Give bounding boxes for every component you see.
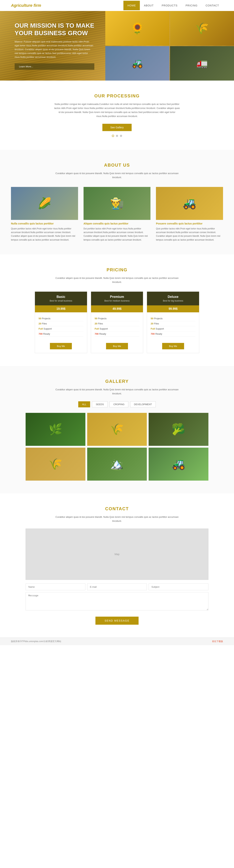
email-input[interactable] xyxy=(87,584,147,590)
gallery-grid xyxy=(26,413,208,480)
contact-title: CONTACT xyxy=(11,506,223,512)
about-card-2: Aliqam convallis quis lactus porttitor D… xyxy=(83,187,151,242)
nav-item-products[interactable]: PRODUCTS xyxy=(158,1,181,10)
pricing-feature-projects-basic: 50 Projects xyxy=(39,316,83,321)
about-title: ABOUT US xyxy=(11,162,223,168)
pricing-feature-ready-deluxe: 700 Ready xyxy=(151,331,195,337)
filter-development[interactable]: DEVELOPMENT xyxy=(130,401,156,407)
gallery-item-5[interactable] xyxy=(87,447,147,480)
pricing-buy-deluxe[interactable]: Buy Me xyxy=(162,343,184,349)
pricing-feature-ready-basic: 700 Ready xyxy=(39,331,83,337)
pricing-name-premium: Premium xyxy=(94,295,140,299)
pricing-buy-basic[interactable]: Buy Me xyxy=(50,343,72,349)
pricing-card-basic: Basic Best for small business 19.99$ 50 … xyxy=(35,291,87,353)
hero-images xyxy=(105,11,234,81)
about-card-image-3 xyxy=(156,187,223,220)
hero-description: Maecur. Fuiscer aliquam quis erat malesu… xyxy=(14,40,94,59)
about-card-image-2 xyxy=(83,187,151,220)
dot-3[interactable] xyxy=(120,135,122,137)
send-message-button[interactable]: SEND MESSAGE xyxy=(95,617,139,625)
pricing-card-header-deluxe: Deluxe Best for big business xyxy=(147,292,199,305)
filter-all[interactable]: ALL xyxy=(78,401,90,407)
about-card-title-3: Posuere convallis quis lactus porttitor xyxy=(156,222,223,225)
dot-2[interactable] xyxy=(116,135,118,137)
nav-item-home[interactable]: HOME xyxy=(124,1,140,10)
nav-item-about[interactable]: ABOUT xyxy=(140,1,158,10)
nav-link-about[interactable]: ABOUT xyxy=(140,1,158,10)
footer-copyright: 版权所有©ITPbbs.unionplas.com/分析界面官方网站 xyxy=(11,640,61,643)
map-label: Map xyxy=(114,553,120,556)
footer: 版权所有©ITPbbs.unionplas.com/分析界面官方网站 前往下载版 xyxy=(0,638,234,645)
hero-image-4 xyxy=(170,46,234,81)
pricing-feature-files-premium: 20 Files xyxy=(95,321,139,326)
pricing-feature-support-deluxe: Full Support xyxy=(151,326,195,331)
pricing-subtitle-basic: Best for small business xyxy=(38,300,84,302)
about-card-title-1: Nulla convallis quis lactus porttitor xyxy=(11,222,78,225)
nav-link-pricing[interactable]: PRICING xyxy=(181,1,201,10)
contact-description: Curabitur aliqam quas id dui posuere bla… xyxy=(53,515,181,523)
gallery-section: GALLERY Curabitur aliqam quas id dui pos… xyxy=(0,366,234,493)
about-cards: Nulla convallis quis lactus porttitor Qu… xyxy=(11,187,223,242)
dot-1[interactable] xyxy=(112,135,114,137)
filter-seeds[interactable]: SEEDS xyxy=(92,401,108,407)
about-card-text-2: Dui porttitor lactos nibh.Proin eget tor… xyxy=(83,227,151,242)
nav-link-contact[interactable]: CONTACT xyxy=(201,1,223,10)
pricing-card-header-basic: Basic Best for small business xyxy=(35,292,87,305)
navbar: Agriculture firm HOME ABOUT PRODUCTS PRI… xyxy=(0,0,234,11)
pricing-feature-support-basic: Full Support xyxy=(39,326,83,331)
pricing-feature-projects-premium: 50 Projects xyxy=(95,316,139,321)
about-card-text-3: Quis porttitor lactos nibh.Proin eget to… xyxy=(156,227,223,242)
carousel-dots xyxy=(11,135,223,137)
contact-form-row-1 xyxy=(26,584,208,590)
gallery-item-3[interactable] xyxy=(148,413,208,446)
hero-cta-button[interactable]: Learn More... xyxy=(14,63,94,70)
name-input[interactable] xyxy=(26,584,86,590)
about-description: Curabitur aliqam quas id dui posuere bla… xyxy=(53,172,181,179)
processing-section: OUR PROCESSING Nulla porttitor congue le… xyxy=(0,81,234,150)
filter-croping[interactable]: CROPING xyxy=(109,401,128,407)
nav-menu: HOME ABOUT PRODUCTS PRICING CONTACT xyxy=(124,1,223,10)
pricing-feature-files-basic: 20 Files xyxy=(39,321,83,326)
about-card-title-2: Aliqam convallis quis lactus porttitor xyxy=(83,222,151,225)
hero-section: OUR MISSION IS TO MAKE YOUR BUSINESS GRO… xyxy=(0,11,234,81)
pricing-price-basic: 19.99$ xyxy=(35,305,87,312)
pricing-price-deluxe: 99.99$ xyxy=(147,305,199,312)
nav-link-home[interactable]: HOME xyxy=(124,1,140,10)
hero-image-3 xyxy=(105,46,169,81)
hero-content: OUR MISSION IS TO MAKE YOUR BUSINESS GRO… xyxy=(0,11,105,81)
processing-title: OUR PROCESSING xyxy=(11,93,223,98)
gallery-description: Curabitur aliqam quas id dui posuere bla… xyxy=(53,388,181,396)
message-input[interactable] xyxy=(26,592,208,611)
pricing-features-deluxe: 50 Projects 20 Files Full Support 700 Re… xyxy=(147,312,199,340)
pricing-feature-projects-deluxe: 50 Projects xyxy=(151,316,195,321)
gallery-item-2[interactable] xyxy=(87,413,147,446)
nav-link-products[interactable]: PRODUCTS xyxy=(158,1,181,10)
pricing-buy-premium[interactable]: Buy Me xyxy=(106,343,128,349)
nav-item-pricing[interactable]: PRICING xyxy=(181,1,201,10)
about-section: ABOUT US Curabitur aliqam quas id dui po… xyxy=(0,150,234,254)
footer-download-link[interactable]: 前往下载版 xyxy=(212,640,223,643)
pricing-card-premium: Premium Best for medium business 49.99$ … xyxy=(91,291,143,353)
gallery-item-1[interactable] xyxy=(26,413,86,446)
pricing-feature-ready-premium: 700 Ready xyxy=(95,331,139,337)
contact-section: CONTACT Curabitur aliqam quas id dui pos… xyxy=(0,493,234,638)
gallery-item-4[interactable] xyxy=(26,447,86,480)
pricing-features-basic: 50 Projects 20 Files Full Support 700 Re… xyxy=(35,312,87,340)
gallery-filters: ALL SEEDS CROPING DEVELOPMENT xyxy=(11,401,223,407)
pricing-name-deluxe: Deluxe xyxy=(150,295,196,299)
gallery-item-6[interactable] xyxy=(148,447,208,480)
hero-image-1 xyxy=(105,11,169,45)
site-logo: Agriculture firm xyxy=(11,3,41,8)
pricing-features-premium: 50 Projects 20 Files Full Support 700 Re… xyxy=(91,312,143,340)
subject-input[interactable] xyxy=(148,584,208,590)
pricing-subtitle-premium: Best for medium business xyxy=(94,300,140,302)
about-card-1: Nulla convallis quis lactus porttitor Qu… xyxy=(11,187,78,242)
pricing-price-premium: 49.99$ xyxy=(91,305,143,312)
pricing-cards: Basic Best for small business 19.99$ 50 … xyxy=(35,291,199,353)
hero-title: OUR MISSION IS TO MAKE YOUR BUSINESS GRO… xyxy=(14,22,94,37)
pricing-subtitle-deluxe: Best for big business xyxy=(150,300,196,302)
nav-item-contact[interactable]: CONTACT xyxy=(201,1,223,10)
see-gallery-button[interactable]: See Gallery xyxy=(102,124,132,131)
contact-form: SEND MESSAGE xyxy=(26,584,208,625)
gallery-title: GALLERY xyxy=(11,379,223,384)
